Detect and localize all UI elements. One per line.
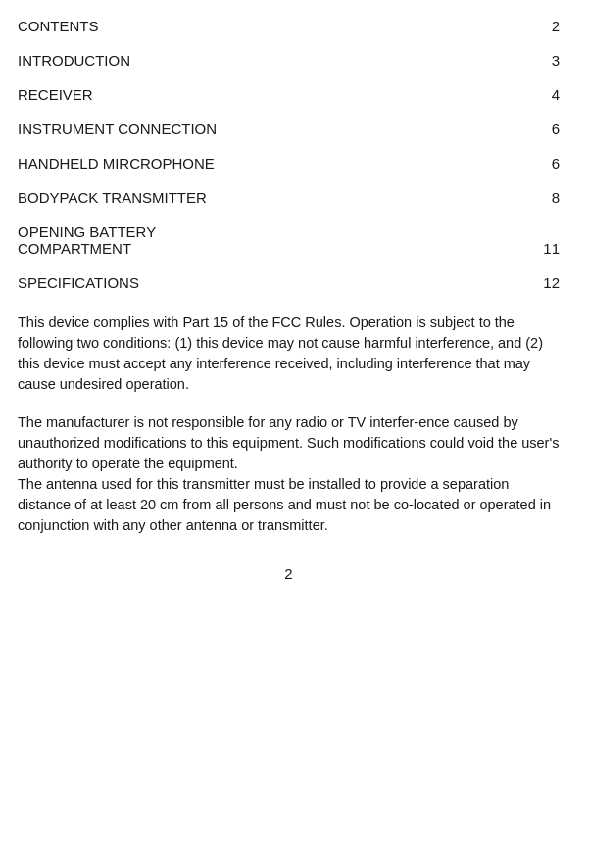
toc-label-introduction: INTRODUCTION: [18, 52, 536, 69]
toc-row-battery: OPENING BATTERYCOMPARTMENT 11: [18, 223, 560, 257]
page: CONTENTS 2 INTRODUCTION 3 RECEIVER 4 INS…: [0, 0, 589, 868]
fcc-paragraph: This device complies with Part 15 of the…: [18, 313, 560, 395]
toc-label-specifications: SPECIFICATIONS: [18, 274, 536, 291]
toc-page-introduction: 3: [536, 52, 560, 69]
toc-label-bodypack: BODYPACK TRANSMITTER: [18, 189, 536, 206]
toc-row-contents: CONTENTS 2: [18, 18, 560, 34]
toc-row-handheld: HANDHELD MIRCROPHONE 6: [18, 155, 560, 171]
toc-page-bodypack: 8: [536, 189, 560, 206]
toc-page-receiver: 4: [536, 86, 560, 103]
toc-label-instrument-connection: INSTRUMENT CONNECTION: [18, 121, 536, 137]
toc-row-receiver: RECEIVER 4: [18, 86, 560, 103]
toc-page-contents: 2: [536, 18, 560, 34]
toc-row-bodypack: BODYPACK TRANSMITTER 8: [18, 189, 560, 206]
toc-label-battery: OPENING BATTERYCOMPARTMENT: [18, 223, 536, 257]
page-number: 2: [284, 565, 292, 582]
toc-row-specifications: SPECIFICATIONS 12: [18, 274, 560, 291]
page-number-container: 2: [18, 565, 560, 582]
toc-label-contents: CONTENTS: [18, 18, 536, 34]
toc-row-instrument-connection: INSTRUMENT CONNECTION 6: [18, 121, 560, 137]
manufacturer-paragraph: The manufacturer is not responsible for …: [18, 412, 560, 536]
toc-page-battery: 11: [536, 240, 560, 257]
toc-page-handheld: 6: [536, 155, 560, 171]
toc-page-specifications: 12: [536, 274, 560, 291]
toc-label-receiver: RECEIVER: [18, 86, 536, 103]
body-text-section: This device complies with Part 15 of the…: [18, 313, 560, 536]
table-of-contents: CONTENTS 2 INTRODUCTION 3 RECEIVER 4 INS…: [18, 18, 560, 291]
toc-label-handheld: HANDHELD MIRCROPHONE: [18, 155, 536, 171]
toc-page-instrument-connection: 6: [536, 121, 560, 137]
toc-row-introduction: INTRODUCTION 3: [18, 52, 560, 69]
